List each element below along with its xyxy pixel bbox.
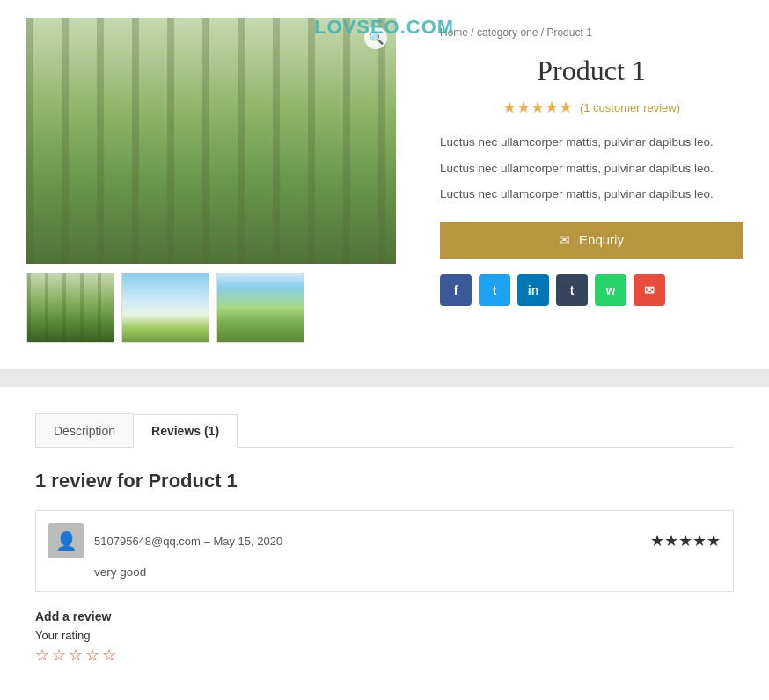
email-icon: ✉ [644, 283, 655, 297]
breadcrumb-category[interactable]: category one [477, 26, 538, 39]
zoom-icon[interactable]: 🔍 [364, 26, 387, 49]
main-image: 🔍 [26, 18, 396, 264]
add-review-label: Add a review [35, 609, 734, 623]
product-description: Luctus nec ullamcorper mattis, pulvinar … [440, 133, 743, 204]
your-rating-label: Your rating [35, 629, 734, 642]
tab-description[interactable]: Description [35, 413, 134, 447]
product-title: Product 1 [440, 55, 743, 87]
share-linkedin-button[interactable]: in [517, 274, 549, 306]
breadcrumb-home[interactable]: Home [440, 26, 468, 39]
star-2[interactable]: ☆ [52, 645, 66, 665]
enquiry-button[interactable]: ✉ Enquriy [440, 222, 743, 259]
star-5[interactable]: ☆ [102, 645, 116, 665]
breadcrumb-product: Product 1 [546, 26, 591, 39]
share-whatsapp-button[interactable]: w [595, 274, 626, 306]
product-section: LOVSEO.COM 🔍 Home / category one / Produ… [0, 0, 769, 369]
reviewer-stars: ★★★★★ [650, 531, 721, 551]
breadcrumb: Home / category one / Product 1 [440, 26, 743, 39]
product-info: Home / category one / Product 1 Product … [440, 18, 743, 343]
share-email-button[interactable]: ✉ [634, 274, 665, 306]
share-facebook-button[interactable]: f [440, 274, 472, 306]
thumbnail-3[interactable] [216, 273, 304, 343]
share-twitter-button[interactable]: t [479, 274, 510, 306]
desc-line-2: Luctus nec ullamcorper mattis, pulvinar … [440, 159, 743, 179]
tumblr-icon: t [570, 283, 575, 297]
envelope-icon: ✉ [559, 232, 570, 248]
enquiry-label: Enquriy [579, 232, 624, 247]
rating-row: ★★★★★ (1 customer review) [440, 98, 743, 117]
rating-stars: ★★★★★ [502, 98, 573, 117]
page-wrapper: LOVSEO.COM 🔍 Home / category one / Produ… [0, 0, 769, 700]
reviews-heading: 1 review for Product 1 [35, 470, 734, 492]
product-images: 🔍 [26, 18, 405, 343]
reviewer-meta: 510795648@qq.com – May 15, 2020 [94, 535, 640, 548]
review-text: very good [94, 565, 721, 579]
twitter-icon: t [493, 283, 497, 297]
star-4[interactable]: ☆ [85, 645, 99, 665]
linkedin-icon: in [528, 283, 538, 297]
reviewer-date: May 15, 2020 [213, 535, 282, 548]
review-item: 👤 510795648@qq.com – May 15, 2020 ★★★★★ … [35, 510, 734, 592]
tab-reviews[interactable]: Reviews (1) [133, 414, 238, 448]
review-count-link[interactable]: (1 customer review) [580, 101, 680, 114]
reviewer-name: 510795648@qq.com – May 15, 2020 [94, 535, 640, 548]
reviewer-avatar: 👤 [48, 523, 84, 558]
thumbnail-list [26, 273, 405, 343]
tab-description-label: Description [54, 424, 115, 438]
avatar-icon: 👤 [55, 530, 77, 551]
tabs-section: Description Reviews (1) 1 review for Pro… [0, 387, 769, 700]
thumbnail-1[interactable] [26, 273, 114, 343]
desc-line-3: Luctus nec ullamcorper mattis, pulvinar … [440, 185, 743, 204]
tabs-header: Description Reviews (1) [35, 413, 734, 448]
star-1[interactable]: ☆ [35, 645, 49, 665]
share-tumblr-button[interactable]: t [556, 274, 588, 306]
rating-input-stars[interactable]: ☆ ☆ ☆ ☆ ☆ [35, 645, 734, 665]
whatsapp-icon: w [606, 283, 616, 297]
review-header: 👤 510795648@qq.com – May 15, 2020 ★★★★★ [48, 523, 721, 558]
share-row: f t in t w ✉ [440, 274, 743, 306]
star-3[interactable]: ☆ [69, 645, 83, 665]
thumbnail-2[interactable] [121, 273, 209, 343]
facebook-icon: f [454, 283, 458, 297]
reviewer-sep: – [204, 535, 214, 548]
reviewer-email: 510795648@qq.com [94, 535, 201, 548]
main-image-bg [26, 18, 396, 264]
desc-line-1: Luctus nec ullamcorper mattis, pulvinar … [440, 133, 743, 152]
tab-reviews-label: Reviews (1) [151, 424, 219, 438]
divider [0, 369, 769, 387]
